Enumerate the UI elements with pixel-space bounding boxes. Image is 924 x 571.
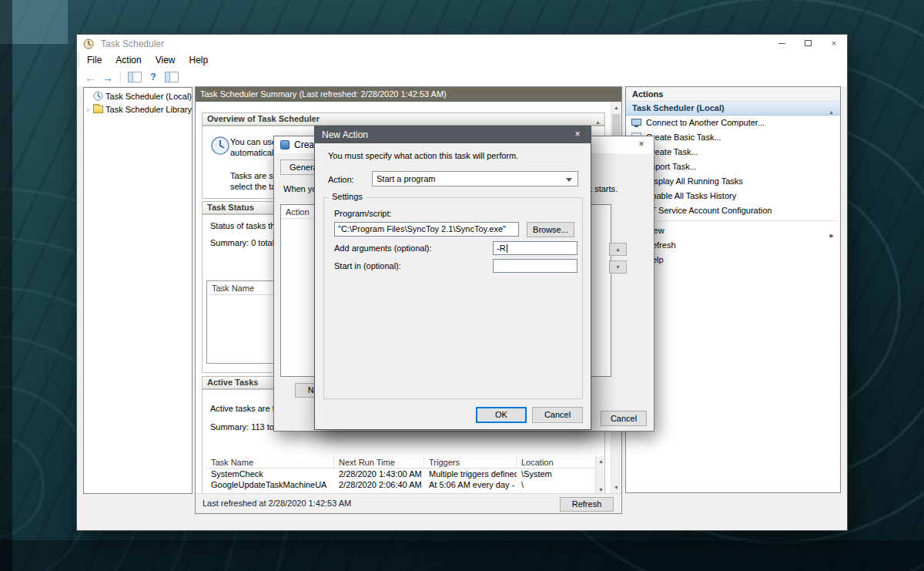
action-enable-all-tasks-history[interactable]: Enable All Tasks History [626,189,840,203]
minimize-icon[interactable] [768,35,795,52]
overview-clock-icon [210,136,230,156]
window-title: Task Scheduler [101,39,164,49]
last-refreshed-text: Last refreshed at 2/28/2020 1:42:53 AM [203,494,351,513]
menu-action[interactable]: Action [109,52,148,68]
move-up-icon[interactable]: ▲ [609,243,627,256]
panel-status-bar: Last refreshed at 2/28/2020 1:42:53 AM R… [196,493,621,513]
action-import-task[interactable]: Import Task... [626,160,840,174]
computer-icon [631,119,641,126]
action-type-select[interactable]: Start a program [372,171,578,186]
maximize-icon[interactable] [795,35,821,52]
browse-button[interactable]: Browse... [527,222,574,237]
toolbar: ← → ? [77,68,847,87]
menu-help[interactable]: Help [182,52,216,68]
move-down-icon[interactable]: ▼ [609,260,627,274]
cell-next-run-time: 2/28/2020 1:43:00 AM [334,469,424,479]
cancel-button[interactable]: Cancel [601,411,647,426]
close-icon[interactable]: × [629,136,654,153]
window-titlebar[interactable]: Task Scheduler × [77,35,847,52]
settings-label: Settings [329,192,366,201]
start-in-input[interactable] [493,259,578,273]
action-display-all-running-tasks[interactable]: Display All Running Tasks [626,174,840,189]
summary-header: Task Scheduler Summary (Last refreshed: … [196,87,621,102]
task-scheduler-icon [83,39,94,49]
library-folder-icon [93,106,103,113]
column-header-next-run-time[interactable]: Next Run Time [334,456,424,468]
create-task-dialog-icon [280,140,290,149]
action-label: Action: [328,175,354,184]
action-refresh[interactable]: Refresh [626,238,840,253]
settings-group: Settings Program/script: "C:\Program Fil… [323,197,583,399]
actions-separator [629,220,837,221]
cell-next-run-time: 2/28/2020 2:06:40 AM [334,479,424,490]
close-icon[interactable]: × [564,126,591,143]
back-icon[interactable]: ← [85,72,96,83]
column-header-location[interactable]: Location [517,456,584,468]
column-header-task-name[interactable]: Task Name [206,456,334,468]
column-header-triggers[interactable]: Triggers [424,456,517,468]
section-overview-title: Overview of Task Scheduler [207,114,320,123]
scroll-up-icon[interactable]: ▲ [596,456,605,467]
new-action-titlebar[interactable]: New Action × [315,126,591,143]
menu-file[interactable]: File [80,52,109,68]
close-icon[interactable]: × [821,35,847,52]
cell-triggers: Multiple triggers defined [424,469,517,479]
tree-item-task-scheduler-library[interactable]: › Task Scheduler Library [84,102,192,116]
show-console-tree-icon[interactable] [128,72,142,82]
task-status-summary: Summary: 0 total - [210,238,280,247]
cell-location: \System [517,469,584,479]
forward-icon[interactable]: → [102,72,113,83]
background-left-band [0,0,12,571]
new-action-intro: You must specify what action this task w… [328,151,518,160]
action-at-service-account-configuration[interactable]: AT Service Account Configuration [626,203,840,218]
menu-bar: File Action View Help [80,52,847,68]
cancel-button[interactable]: Cancel [532,407,583,423]
action-type-value: Start a program [377,174,435,183]
action-create-basic-task[interactable]: Create Basic Task... [626,130,840,145]
show-action-pane-icon[interactable] [165,72,179,82]
arguments-label: Add arguments (optional): [334,244,432,253]
console-tree-panel: Task Scheduler (Local) › Task Scheduler … [83,87,192,494]
table-row[interactable]: SystemCheck 2/28/2020 1:43:00 AM Multipl… [206,469,605,479]
section-overview-bar[interactable]: Overview of Task Scheduler ▲ [202,113,605,126]
cell-location: \ [517,479,584,490]
desktop-background: Task Scheduler × File Action View Help ←… [0,0,924,571]
action-view[interactable]: View ▶ [626,223,840,238]
scroll-up-icon[interactable]: ▲ [611,102,621,113]
tree-item-label: Task Scheduler Library [105,105,192,114]
cell-task-name: SystemCheck [206,469,334,479]
tree-item-label: Task Scheduler (Local) [105,92,192,101]
task-scheduler-local-icon [93,91,103,101]
menu-view[interactable]: View [149,52,182,68]
ok-button[interactable]: OK [476,407,527,423]
program-script-input[interactable]: "C:\Program Files\SyncToy 2.1\SyncToy.ex… [334,222,519,237]
section-task-status-title: Task Status [207,203,254,212]
refresh-button[interactable]: Refresh [560,497,614,512]
scroll-down-icon[interactable]: ▼ [596,485,605,493]
tree-item-task-scheduler-local[interactable]: Task Scheduler (Local) [84,89,192,102]
actions-group-label: Task Scheduler (Local) [632,103,725,113]
table-scrollbar[interactable]: ▲ ▼ [595,456,605,493]
help-icon[interactable]: ? [147,72,159,83]
toolbar-separator [120,71,121,83]
section-active-tasks-title: Active Tasks [207,378,258,387]
actions-panel: Actions Task Scheduler (Local) ▲ Connect… [625,86,841,493]
background-bottom-band [0,540,924,571]
table-row[interactable]: GoogleUpdateTaskMachineUA 2/28/2020 2:06… [206,479,605,490]
cell-triggers: At 5:06 AM every day - [424,479,517,490]
actions-panel-title: Actions [626,87,840,102]
start-in-label: Start in (optional): [334,261,401,270]
action-help[interactable]: Help [626,253,840,267]
arguments-value: -R [497,244,506,253]
scroll-down-icon[interactable]: ▼ [611,482,621,493]
arguments-input[interactable]: -R [493,241,578,255]
active-tasks-summary: Summary: 113 total [210,422,283,432]
action-create-task[interactable]: Create Task... [626,145,840,160]
actions-group-header[interactable]: Task Scheduler (Local) ▲ [626,102,840,116]
tree-expander-icon[interactable]: › [84,105,92,114]
active-tasks-table: Task Name Next Run Time Triggers Locatio… [206,456,605,493]
cell-task-name: GoogleUpdateTaskMachineUA [206,479,334,490]
submenu-arrow-icon: ▶ [830,228,834,238]
action-connect-to-another-computer[interactable]: Connect to Another Computer... [626,116,840,130]
new-action-title: New Action [322,129,368,140]
